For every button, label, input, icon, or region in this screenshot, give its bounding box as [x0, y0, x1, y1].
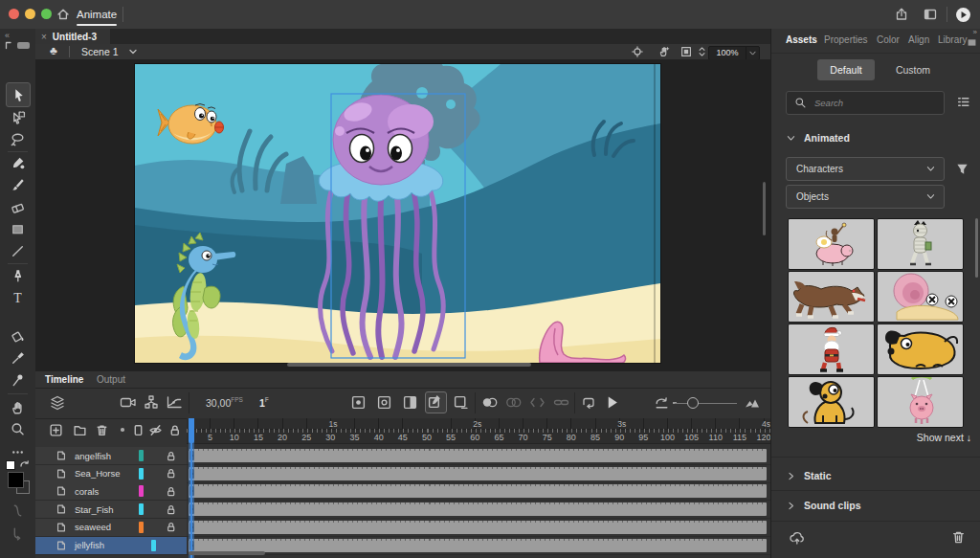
tab-align[interactable]: Align: [908, 34, 929, 45]
asset-thumb-wolf[interactable]: [788, 271, 875, 323]
custom-mode-button[interactable]: Custom: [884, 59, 942, 80]
frames-horizontal-scrollbar[interactable]: [189, 551, 265, 555]
minimize-window-button[interactable]: [25, 9, 35, 19]
layer-color-swatch[interactable]: [139, 503, 144, 515]
layer-color-swatch[interactable]: [151, 540, 156, 551]
fill-color-swatch[interactable]: [8, 472, 24, 488]
close-document-icon[interactable]: ×: [41, 32, 47, 42]
tool-subselection[interactable]: [10, 110, 26, 126]
frame-span[interactable]: [189, 521, 767, 534]
lock-icon[interactable]: [165, 467, 177, 480]
frame-rate[interactable]: 30,00FPS: [206, 396, 243, 409]
bone-tool-icon[interactable]: [10, 525, 26, 542]
lock-icon[interactable]: [165, 485, 177, 498]
remove-frame-icon[interactable]: [454, 395, 468, 410]
tool-eyedropper[interactable]: [10, 350, 26, 367]
panel-menu-icon[interactable]: [967, 37, 977, 48]
lock-icon[interactable]: [165, 503, 177, 516]
tool-fluid-brush[interactable]: [10, 155, 26, 171]
layer-row-Sea_Horse[interactable]: Sea_Horse: [35, 465, 187, 483]
tab-assets[interactable]: Assets: [786, 34, 817, 45]
search-input[interactable]: Search: [786, 91, 945, 115]
stage-canvas[interactable]: [134, 63, 661, 364]
insert-keyframe-icon[interactable]: [351, 395, 366, 410]
current-frame[interactable]: 1F: [259, 396, 269, 409]
section-animated[interactable]: Animated: [786, 132, 850, 144]
layer-row-corals[interactable]: corals: [35, 482, 187, 501]
tool-text[interactable]: T: [10, 289, 26, 305]
list-view-icon[interactable]: [956, 95, 970, 109]
expand-panels-icon[interactable]: »: [973, 28, 977, 36]
edit-multiple-frames-icon[interactable]: [529, 395, 546, 410]
tab-color[interactable]: Color: [877, 34, 900, 45]
tool-rectangle[interactable]: [10, 221, 26, 237]
new-layer-icon[interactable]: [49, 423, 63, 437]
tool-lasso[interactable]: [10, 131, 26, 147]
center-stage-icon[interactable]: [631, 45, 644, 58]
scene-breadcrumb[interactable]: Scene 1: [81, 46, 119, 57]
stroke-color-swatch[interactable]: [6, 460, 15, 470]
horizontal-scrollbar[interactable]: [287, 363, 531, 367]
onion-skin-outline-icon[interactable]: [505, 395, 522, 410]
lock-icon[interactable]: [165, 450, 177, 462]
test-movie-icon[interactable]: [955, 7, 971, 23]
tool-eraser[interactable]: [10, 199, 26, 215]
reset-timeline-zoom-icon[interactable]: [654, 395, 670, 411]
onion-skin-icon[interactable]: [481, 395, 498, 410]
tab-library[interactable]: Library: [938, 34, 968, 45]
graph-editor-icon[interactable]: [166, 395, 183, 410]
tool-paint-bucket[interactable]: [10, 328, 26, 345]
collapse-panel-icon[interactable]: «: [5, 31, 10, 40]
play-button[interactable]: [605, 395, 619, 410]
delete-layer-icon[interactable]: [95, 423, 109, 437]
insert-frame-icon[interactable]: [403, 395, 417, 410]
layer-row-angelfish[interactable]: angelfish: [35, 447, 187, 465]
characters-dropdown[interactable]: Characters: [786, 157, 945, 181]
playhead[interactable]: [189, 418, 194, 558]
section-static[interactable]: Static: [786, 470, 832, 481]
swap-colors-icon[interactable]: [19, 458, 31, 470]
delete-asset-icon[interactable]: [951, 529, 966, 545]
layer-row-seaweed[interactable]: seaweed: [35, 519, 187, 537]
zoom-chevron-icon[interactable]: [746, 47, 759, 59]
section-sound-clips[interactable]: Sound clips: [786, 500, 861, 511]
upload-cloud-icon[interactable]: [789, 530, 806, 546]
dock-icon[interactable]: [5, 41, 14, 50]
timeline-zoom-slider-knob[interactable]: [687, 397, 699, 409]
layer-color-swatch[interactable]: [139, 450, 144, 461]
asset-thumb-dog-sitting[interactable]: [788, 376, 875, 428]
tab-output[interactable]: Output: [97, 371, 125, 388]
tool-pen[interactable]: [10, 268, 26, 284]
home-icon[interactable]: [56, 7, 71, 22]
link-layers-icon[interactable]: [553, 395, 569, 410]
tool-line[interactable]: [10, 243, 26, 259]
loop-playback-icon[interactable]: [581, 395, 596, 410]
layer-color-swatch[interactable]: [139, 485, 144, 497]
hide-all-layers-icon[interactable]: [148, 423, 163, 437]
frame-row-seaweed[interactable]: [187, 519, 770, 537]
show-next-link[interactable]: Show next ↓: [917, 432, 971, 443]
close-window-button[interactable]: [9, 9, 19, 19]
tool-hand[interactable]: [10, 400, 26, 416]
new-folder-icon[interactable]: [73, 423, 87, 437]
asset-thumb-pig-parachute[interactable]: [877, 376, 964, 428]
frame-row-Star_Fish[interactable]: [187, 501, 770, 519]
filter-icon[interactable]: [955, 162, 969, 176]
layer-row-Star_Fish[interactable]: Star_Fish: [35, 501, 187, 519]
highlight-column-icon[interactable]: [121, 428, 124, 432]
zoom-stepper-icon[interactable]: [696, 45, 708, 58]
frames-pane[interactable]: 1s2s3s4s 5101520253035404550556065707580…: [187, 418, 770, 558]
scene-chevron-icon[interactable]: [126, 45, 140, 58]
zoom-level-control[interactable]: 100%: [708, 46, 760, 60]
frame-span[interactable]: [189, 502, 767, 516]
camera-icon[interactable]: [120, 395, 137, 410]
layers-stack-icon[interactable]: [49, 395, 66, 411]
frame-span[interactable]: [189, 467, 767, 480]
tab-timeline[interactable]: Timeline: [45, 371, 83, 388]
layer-color-swatch[interactable]: [139, 468, 144, 480]
asset-thumb-monkey-riding-pig[interactable]: [788, 218, 875, 270]
app-tab-animate[interactable]: Animate: [77, 0, 117, 29]
frame-row-Sea_Horse[interactable]: [187, 465, 770, 483]
asset-thumb-dog-lying[interactable]: [877, 324, 964, 375]
timeline-zoom-slider-track[interactable]: [675, 403, 737, 404]
